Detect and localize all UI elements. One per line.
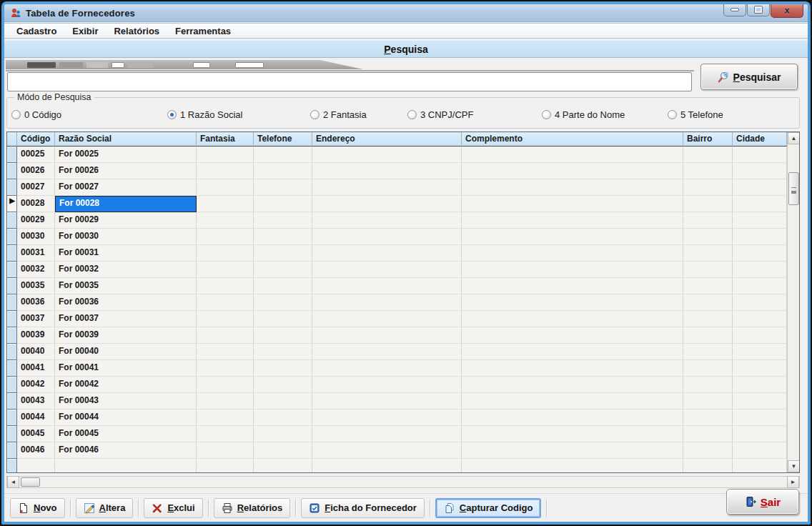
- cell-razao-social[interactable]: For 00025: [55, 147, 197, 163]
- cell-fantasia[interactable]: [197, 360, 254, 377]
- pesquisar-button[interactable]: Pesquisar: [700, 64, 798, 90]
- cell-fantasia[interactable]: [197, 196, 254, 212]
- novo-button[interactable]: Novo: [10, 498, 65, 518]
- cell-bairro[interactable]: [683, 311, 733, 327]
- cell-bairro[interactable]: [683, 393, 733, 410]
- cell-bairro[interactable]: [683, 278, 733, 294]
- menu-item-exibir[interactable]: Exibir: [64, 24, 106, 38]
- cell-codigo[interactable]: 00037: [17, 311, 55, 327]
- cell-codigo[interactable]: 00036: [17, 294, 55, 311]
- cell-razao-social[interactable]: For 00030: [55, 229, 197, 245]
- cell-razao-social[interactable]: For 00031: [55, 245, 197, 262]
- cell-fantasia[interactable]: [197, 377, 254, 393]
- radio-2-fantasia[interactable]: 2 Fantasia: [310, 109, 367, 120]
- cell-cidade[interactable]: [733, 410, 787, 426]
- cell-bairro[interactable]: [683, 377, 733, 393]
- cell-complemento[interactable]: [462, 196, 683, 212]
- cell-telefone[interactable]: [254, 196, 312, 212]
- cell-telefone[interactable]: [254, 245, 312, 262]
- cell-codigo[interactable]: 00030: [17, 229, 55, 245]
- scroll-left-arrow[interactable]: ◄: [7, 476, 19, 488]
- cell-fantasia[interactable]: [197, 179, 254, 196]
- cell-razao-social[interactable]: For 00026: [55, 163, 197, 179]
- table-row[interactable]: 00046For 00046: [7, 442, 799, 459]
- cell-telefone[interactable]: [254, 147, 312, 163]
- cell-complemento[interactable]: [462, 393, 683, 410]
- cell-endereco[interactable]: [312, 410, 462, 426]
- table-row[interactable]: 00030For 00030: [7, 229, 799, 245]
- cell-fantasia[interactable]: [197, 393, 254, 410]
- cell-cidade[interactable]: [733, 360, 787, 377]
- cell-fantasia[interactable]: [197, 147, 254, 163]
- table-row[interactable]: 00029For 00029: [7, 212, 799, 229]
- cell-codigo[interactable]: 00042: [17, 377, 55, 393]
- horizontal-scroll-thumb[interactable]: [21, 477, 40, 487]
- cell-fantasia[interactable]: [197, 344, 254, 360]
- cell-endereco[interactable]: [312, 229, 462, 245]
- cell-razao-social[interactable]: For 00040: [55, 344, 197, 360]
- cell-complemento[interactable]: [462, 262, 683, 278]
- table-row[interactable]: 00032For 00032: [7, 262, 799, 278]
- table-row[interactable]: 00027For 00027: [7, 179, 799, 196]
- cell-bairro[interactable]: [683, 147, 733, 163]
- scroll-right-arrow[interactable]: ►: [787, 476, 799, 488]
- cell-endereco[interactable]: [312, 311, 462, 327]
- cell-complemento[interactable]: [462, 311, 683, 327]
- cell-codigo[interactable]: 00031: [17, 245, 55, 262]
- cell-endereco[interactable]: [312, 344, 462, 360]
- cell-razao-social[interactable]: For 00032: [55, 262, 197, 278]
- table-row[interactable]: 00037For 00037: [7, 311, 799, 327]
- cell-razao-social[interactable]: For 00029: [55, 212, 197, 229]
- cell-fantasia[interactable]: [197, 163, 254, 179]
- vertical-scroll-thumb[interactable]: [788, 172, 799, 205]
- cell-razao-social[interactable]: For 00044: [55, 410, 197, 426]
- cell-bairro[interactable]: [683, 229, 733, 245]
- table-row[interactable]: ▶00028For 00028: [7, 196, 799, 212]
- cell-razao-social[interactable]: For 00028: [55, 196, 197, 212]
- cell-fantasia[interactable]: [197, 212, 254, 229]
- table-row[interactable]: 00040For 00040: [7, 344, 799, 360]
- radio-5-telefone[interactable]: 5 Telefone: [668, 109, 723, 120]
- cell-cidade[interactable]: [733, 163, 787, 179]
- cell-codigo[interactable]: 00043: [17, 393, 55, 410]
- cell-bairro[interactable]: [683, 179, 733, 196]
- cell-telefone[interactable]: [254, 410, 312, 426]
- table-row[interactable]: 00031For 00031: [7, 245, 799, 262]
- column-header-cidade[interactable]: Cidade: [733, 132, 787, 147]
- cell-endereco[interactable]: [312, 377, 462, 393]
- cell-endereco[interactable]: [312, 245, 462, 262]
- cell-razao-social[interactable]: For 00027: [55, 179, 197, 196]
- cell-cidade[interactable]: [733, 294, 787, 311]
- cell-codigo[interactable]: 00026: [17, 163, 55, 179]
- radio-4-parte-do-nome[interactable]: 4 Parte do Nome: [542, 109, 625, 120]
- cell-codigo[interactable]: 00035: [17, 278, 55, 294]
- cell-complemento[interactable]: [462, 294, 683, 311]
- table-row[interactable]: 00044For 00044: [7, 410, 799, 426]
- table-row[interactable]: 00026For 00026: [7, 163, 799, 179]
- cell-razao-social[interactable]: For 00037: [55, 311, 197, 327]
- cell-telefone[interactable]: [254, 344, 312, 360]
- cell-razao-social[interactable]: For 00045: [55, 426, 197, 442]
- cell-fantasia[interactable]: [197, 426, 254, 442]
- cell-bairro[interactable]: [683, 245, 733, 262]
- close-button[interactable]: x: [771, 4, 803, 18]
- cell-cidade[interactable]: [733, 327, 787, 344]
- cell-fantasia[interactable]: [197, 410, 254, 426]
- cell-complemento[interactable]: [462, 147, 683, 163]
- cell-endereco[interactable]: [312, 196, 462, 212]
- cell-codigo[interactable]: 00046: [17, 442, 55, 459]
- search-input[interactable]: [7, 72, 692, 91]
- cell-endereco[interactable]: [312, 262, 462, 278]
- cell-complemento[interactable]: [462, 442, 683, 459]
- cell-endereco[interactable]: [312, 147, 462, 163]
- cell-telefone[interactable]: [254, 360, 312, 377]
- cell-fantasia[interactable]: [197, 229, 254, 245]
- cell-cidade[interactable]: [733, 229, 787, 245]
- capturar-codigo-button[interactable]: Capturar Codigo: [435, 498, 542, 518]
- cell-telefone[interactable]: [254, 229, 312, 245]
- menu-item-cadastro[interactable]: Cadastro: [9, 24, 64, 38]
- cell-complemento[interactable]: [462, 426, 683, 442]
- scroll-down-arrow[interactable]: ▼: [788, 460, 800, 472]
- cell-bairro[interactable]: [683, 426, 733, 442]
- table-row[interactable]: 00036For 00036: [7, 294, 799, 311]
